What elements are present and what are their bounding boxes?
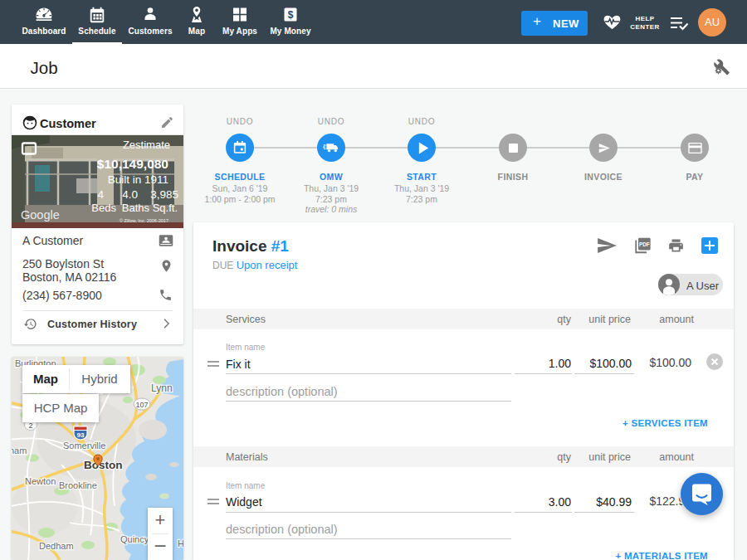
svg-text:Google: Google xyxy=(21,208,60,222)
svg-text:2: 2 xyxy=(28,421,32,430)
svg-text:© Zillow, Inc. 2006-2017: © Zillow, Inc. 2006-2017 xyxy=(120,218,168,223)
svg-text:Brookline: Brookline xyxy=(59,480,97,490)
svg-text:Boston: Boston xyxy=(84,459,123,471)
svg-text:4.0: 4.0 xyxy=(122,188,138,201)
svg-text:Beds: Beds xyxy=(91,202,116,214)
svg-text:3,985: 3,985 xyxy=(150,188,178,201)
svg-text:Quincy: Quincy xyxy=(120,534,149,544)
svg-text:PDF: PDF xyxy=(639,241,650,247)
svg-text:Hi: Hi xyxy=(178,538,183,548)
svg-text:Lynn: Lynn xyxy=(151,382,173,394)
svg-text:Dedham: Dedham xyxy=(39,541,74,551)
svg-text:Zestimate: Zestimate xyxy=(123,139,170,151)
svg-text:107: 107 xyxy=(135,401,148,409)
svg-text:Somerville: Somerville xyxy=(63,441,105,450)
svg-text:ham: ham xyxy=(12,446,27,455)
svg-text:Newton: Newton xyxy=(25,476,56,486)
svg-text:$: $ xyxy=(288,9,294,21)
svg-text:4: 4 xyxy=(97,188,104,201)
svg-text:Built in 1911: Built in 1911 xyxy=(108,173,168,186)
svg-text:$10,149,080: $10,149,080 xyxy=(97,157,168,171)
svg-text:93: 93 xyxy=(77,431,85,439)
svg-text:Baths: Baths xyxy=(122,202,150,214)
svg-text:Sq.ft.: Sq.ft. xyxy=(153,202,178,214)
